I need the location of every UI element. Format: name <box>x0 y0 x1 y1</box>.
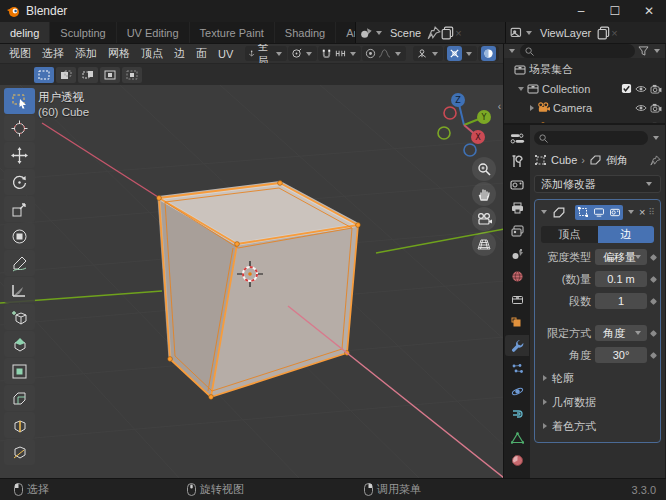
tab-collection-properties[interactable] <box>505 289 529 310</box>
workspace-tab-uv-editing[interactable]: UV Editing <box>117 22 190 43</box>
tab-material-properties[interactable] <box>505 450 529 471</box>
section-profile[interactable]: 轮廓 <box>539 368 656 388</box>
zoom-view-button[interactable] <box>472 157 496 181</box>
outliner-row-cube[interactable]: Cube <box>504 117 665 125</box>
outliner-search-input[interactable] <box>520 44 635 58</box>
segments-field[interactable]: 1 <box>595 293 647 309</box>
affect-edges-tab[interactable]: 边 <box>598 226 655 243</box>
sidebar-toggle-arrow[interactable]: ‹ <box>498 101 501 112</box>
collection-render-camera-icon[interactable] <box>650 84 662 94</box>
maximize-button[interactable]: ☐ <box>598 0 632 22</box>
tab-modifier-properties[interactable] <box>505 335 529 356</box>
menu-select[interactable]: 选择 <box>37 46 69 61</box>
tab-particle-properties[interactable] <box>505 358 529 379</box>
delete-modifier-icon[interactable]: × <box>639 206 645 218</box>
limit-method-dropdown[interactable]: 角度 <box>595 325 647 341</box>
select-mode-subtract-button[interactable] <box>78 67 98 83</box>
select-mode-set-button[interactable] <box>34 67 54 83</box>
workspace-tab-modeling[interactable]: deling <box>0 22 50 43</box>
select-mode-intersect-button[interactable] <box>122 67 142 83</box>
segments-animate-dot[interactable] <box>650 297 657 304</box>
breadcrumb-object-name[interactable]: Cube <box>551 154 577 166</box>
section-geometry[interactable]: 几何数据 <box>539 392 656 412</box>
width-type-animate-dot[interactable] <box>650 253 657 260</box>
amount-field[interactable]: 0.1 m <box>595 271 647 287</box>
tool-rotate[interactable] <box>4 169 35 195</box>
cube-mesh[interactable] <box>157 181 361 400</box>
new-scene-icon[interactable] <box>441 26 455 40</box>
scene-name[interactable]: Scene <box>384 27 427 39</box>
breadcrumb-modifier-name[interactable]: 倒角 <box>606 153 628 168</box>
tab-tool-properties[interactable] <box>505 151 529 172</box>
pivot-point-dropdown[interactable] <box>288 46 317 61</box>
navigation-gizmo[interactable]: Z Y X <box>430 89 496 159</box>
modifier-extras-menu-icon[interactable] <box>628 210 634 214</box>
tool-add-cube[interactable] <box>4 304 35 330</box>
scene-selector[interactable]: Scene × <box>355 22 505 43</box>
close-button[interactable]: ✕ <box>632 0 666 22</box>
menu-add[interactable]: 添加 <box>70 46 102 61</box>
gizmo-y-neg-axis[interactable] <box>438 127 450 139</box>
section-shading[interactable]: 着色方式 <box>539 416 656 436</box>
camera-hide-eye-icon[interactable] <box>635 103 647 113</box>
tool-cursor[interactable] <box>4 115 35 141</box>
proportional-editing[interactable] <box>362 46 406 61</box>
modifier-drag-handle[interactable]: ⠿ <box>648 209 656 215</box>
outliner-row-collection[interactable]: Collection <box>504 79 665 98</box>
workspace-tab-sculpting[interactable]: Sculpting <box>50 22 116 43</box>
view-layer-name[interactable]: ViewLayer <box>534 27 597 39</box>
camera-view-button[interactable] <box>472 207 496 231</box>
menu-face[interactable]: 面 <box>191 46 212 61</box>
add-modifier-button[interactable]: 添加修改器 <box>534 175 661 193</box>
collection-expand-icon[interactable] <box>518 87 524 91</box>
viewport-shading-solid[interactable] <box>478 46 499 61</box>
width-type-dropdown[interactable]: 偏移量 <box>595 249 647 265</box>
pan-view-button[interactable] <box>472 182 496 206</box>
tab-physics-properties[interactable] <box>505 381 529 402</box>
tool-scale[interactable] <box>4 196 35 222</box>
menu-uv[interactable]: UV <box>213 48 238 60</box>
filter-icon[interactable] <box>638 46 649 56</box>
tool-transform[interactable] <box>4 223 35 249</box>
menu-edge[interactable]: 边 <box>169 46 190 61</box>
camera-expand-icon[interactable] <box>530 105 534 111</box>
render-display-toggle[interactable] <box>607 205 623 220</box>
properties-options-icon[interactable] <box>653 136 659 140</box>
show-gizmo-dropdown[interactable] <box>413 46 443 61</box>
select-mode-invert-button[interactable] <box>100 67 120 83</box>
outliner-row-camera[interactable]: Camera <box>504 98 665 117</box>
edit-mode-display-toggle[interactable] <box>575 205 591 220</box>
gizmo-x-neg-axis[interactable] <box>444 107 456 119</box>
tool-measure[interactable] <box>4 277 35 303</box>
angle-animate-dot[interactable] <box>650 351 657 358</box>
tool-select-box[interactable] <box>4 88 35 114</box>
tab-world-properties[interactable] <box>505 266 529 287</box>
tab-render-properties[interactable] <box>505 174 529 195</box>
viewport-3d[interactable]: 用户透视 (60) Cube <box>0 85 503 478</box>
angle-field[interactable]: 30° <box>595 347 647 363</box>
realtime-display-toggle[interactable] <box>591 205 607 220</box>
amount-animate-dot[interactable] <box>650 275 657 282</box>
toggle-perspective-button[interactable] <box>472 232 496 256</box>
workspace-tab-texture-paint[interactable]: Texture Paint <box>190 22 275 43</box>
camera-render-camera-icon[interactable] <box>650 103 662 113</box>
outliner-editor-menu-icon[interactable] <box>509 49 515 53</box>
limit-method-animate-dot[interactable] <box>650 329 657 336</box>
tool-loop-cut[interactable] <box>4 412 35 438</box>
filter-dropdown-icon[interactable] <box>654 49 660 53</box>
menu-view[interactable]: 视图 <box>4 46 36 61</box>
tab-object-properties[interactable] <box>505 312 529 333</box>
collection-checkbox-icon[interactable] <box>621 83 632 94</box>
tab-scene-properties[interactable] <box>505 243 529 264</box>
transform-orientation-dropdown[interactable]: 全局 <box>245 46 287 61</box>
pin-icon[interactable] <box>427 26 441 40</box>
menu-mesh[interactable]: 网格 <box>103 46 135 61</box>
tool-knife[interactable] <box>4 439 35 465</box>
scene-dropdown-icon[interactable] <box>376 31 382 35</box>
snap-settings[interactable] <box>318 46 361 61</box>
view-layer-selector[interactable]: ViewLayer × <box>505 22 666 43</box>
select-mode-extend-button[interactable] <box>56 67 76 83</box>
minimize-button[interactable]: – <box>564 0 598 22</box>
tab-object-data-properties[interactable] <box>505 427 529 448</box>
collection-hide-eye-icon[interactable] <box>635 84 647 94</box>
